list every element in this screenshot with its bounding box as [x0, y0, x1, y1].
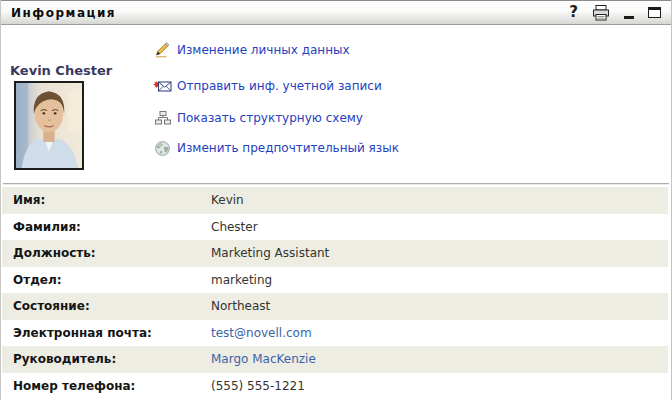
manager-link[interactable]: Margo MacKenzie — [211, 352, 316, 366]
user-display-name: Kevin Chester — [10, 63, 112, 78]
detail-row-title: Должность: Marketing Assistant — [2, 240, 668, 267]
titlebar-controls: ? — [569, 4, 661, 22]
detail-label: Фамилия: — [13, 220, 211, 234]
portrait-illustration — [16, 83, 82, 168]
detail-row-manager: Руководитель: Margo MacKenzie — [2, 346, 668, 373]
detail-label: Должность: — [13, 246, 211, 260]
portlet-title: Информация — [11, 6, 116, 20]
detail-row-department: Отдел: marketing — [2, 267, 668, 294]
action-link-show-org-chart[interactable]: Показать структурную схему — [177, 111, 363, 125]
detail-value: (555) 555-1221 — [211, 379, 305, 393]
detail-value: marketing — [211, 273, 272, 287]
detail-label: Отдел: — [13, 273, 211, 287]
help-icon[interactable]: ? — [569, 4, 578, 22]
detail-label: Руководитель: — [13, 352, 211, 366]
email-link[interactable]: test@novell.com — [211, 326, 312, 340]
titlebar: Информация ? — [1, 0, 671, 25]
action-show-org-chart[interactable]: Показать структурную схему — [153, 109, 363, 127]
detail-value: Marketing Assistant — [211, 246, 329, 260]
detail-label: Имя: — [13, 193, 211, 207]
action-link-edit-personal-data[interactable]: Изменение личных данных — [177, 43, 350, 57]
detail-row-phone: Номер телефона: (555) 555-1221 — [2, 373, 668, 400]
information-portlet: Информация ? Kevin Chester — [0, 0, 672, 400]
detail-value: Kevin — [211, 193, 244, 207]
org-chart-icon — [153, 110, 172, 126]
action-send-account-info[interactable]: Отправить инф. учетной записи — [153, 77, 382, 95]
globe-icon — [153, 140, 172, 156]
detail-value: Chester — [211, 220, 258, 234]
detail-row-region: Состояние: Northeast — [2, 293, 668, 320]
user-photo — [14, 81, 84, 170]
section-divider — [3, 183, 669, 185]
action-change-preferred-language[interactable]: Изменить предпочтительный язык — [153, 139, 399, 157]
action-link-change-preferred-language[interactable]: Изменить предпочтительный язык — [177, 141, 399, 155]
detail-label: Электронная почта: — [13, 326, 211, 340]
detail-row-email: Электронная почта: test@novell.com — [2, 320, 668, 347]
action-edit-personal-data[interactable]: Изменение личных данных — [153, 41, 350, 59]
send-mail-icon — [153, 78, 172, 94]
detail-value: Northeast — [211, 299, 270, 313]
pencil-icon — [153, 42, 172, 58]
maximize-icon[interactable] — [648, 4, 661, 22]
action-link-send-account-info[interactable]: Отправить инф. учетной записи — [177, 79, 382, 93]
detail-label: Номер телефона: — [13, 379, 211, 393]
detail-row-first-name: Имя: Kevin — [2, 187, 668, 214]
print-icon[interactable] — [592, 4, 610, 22]
details-table: Имя: Kevin Фамилия: Chester Должность: M… — [2, 187, 668, 399]
portlet-content: Kevin Chester — [1, 25, 671, 400]
detail-row-last-name: Фамилия: Chester — [2, 214, 668, 241]
detail-label: Состояние: — [13, 299, 211, 313]
minimize-icon[interactable] — [624, 4, 634, 22]
